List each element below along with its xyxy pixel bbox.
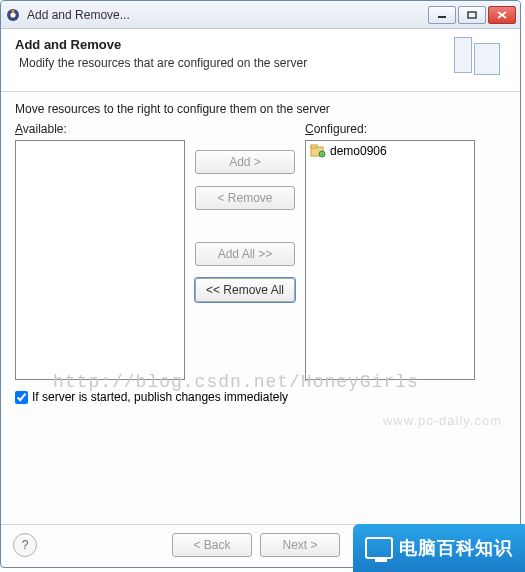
maximize-button[interactable] bbox=[458, 6, 486, 24]
minimize-button[interactable] bbox=[428, 6, 456, 24]
svg-rect-2 bbox=[12, 10, 14, 13]
site-logo-overlay: 电脑百科知识 bbox=[353, 524, 525, 572]
add-all-button[interactable]: Add All >> bbox=[195, 242, 295, 266]
configured-label: Configured: bbox=[305, 122, 475, 136]
server-icon bbox=[454, 37, 506, 81]
monitor-icon bbox=[365, 537, 393, 559]
watermark-url: www.pc-daily.com bbox=[383, 413, 502, 428]
instruction-text: Move resources to the right to configure… bbox=[15, 102, 506, 116]
publish-checkbox-row: If server is started, publish changes im… bbox=[15, 390, 506, 404]
svg-rect-3 bbox=[438, 16, 446, 18]
svg-point-9 bbox=[319, 151, 325, 157]
close-button[interactable] bbox=[488, 6, 516, 24]
transfer-buttons: Add > < Remove Add All >> << Remove All bbox=[195, 150, 295, 302]
available-listbox[interactable] bbox=[15, 140, 185, 380]
dialog-window: Add and Remove... Add and Remove Modify … bbox=[0, 0, 521, 568]
window-controls bbox=[428, 6, 516, 24]
help-button[interactable]: ? bbox=[13, 533, 37, 557]
page-subtitle: Modify the resources that are configured… bbox=[19, 56, 454, 70]
add-button[interactable]: Add > bbox=[195, 150, 295, 174]
configured-listbox[interactable]: demo0906 bbox=[305, 140, 475, 380]
remove-all-button[interactable]: << Remove All bbox=[195, 278, 295, 302]
svg-rect-4 bbox=[468, 12, 476, 18]
project-icon bbox=[310, 144, 326, 158]
remove-button[interactable]: < Remove bbox=[195, 186, 295, 210]
back-button[interactable]: < Back bbox=[172, 533, 252, 557]
publish-checkbox[interactable] bbox=[15, 391, 28, 404]
page-title: Add and Remove bbox=[15, 37, 454, 52]
list-item-label: demo0906 bbox=[330, 144, 387, 158]
header-panel: Add and Remove Modify the resources that… bbox=[1, 29, 520, 92]
next-button[interactable]: Next > bbox=[260, 533, 340, 557]
configured-column: Configured: demo0906 bbox=[305, 122, 475, 380]
publish-checkbox-label[interactable]: If server is started, publish changes im… bbox=[32, 390, 288, 404]
content-area: Move resources to the right to configure… bbox=[1, 92, 520, 524]
available-label: Available: bbox=[15, 122, 185, 136]
titlebar[interactable]: Add and Remove... bbox=[1, 1, 520, 29]
svg-rect-8 bbox=[311, 145, 317, 148]
window-title: Add and Remove... bbox=[27, 8, 428, 22]
app-icon bbox=[5, 7, 21, 23]
site-logo-text: 电脑百科知识 bbox=[399, 536, 513, 560]
available-column: Available: bbox=[15, 122, 185, 380]
list-item[interactable]: demo0906 bbox=[308, 143, 472, 159]
